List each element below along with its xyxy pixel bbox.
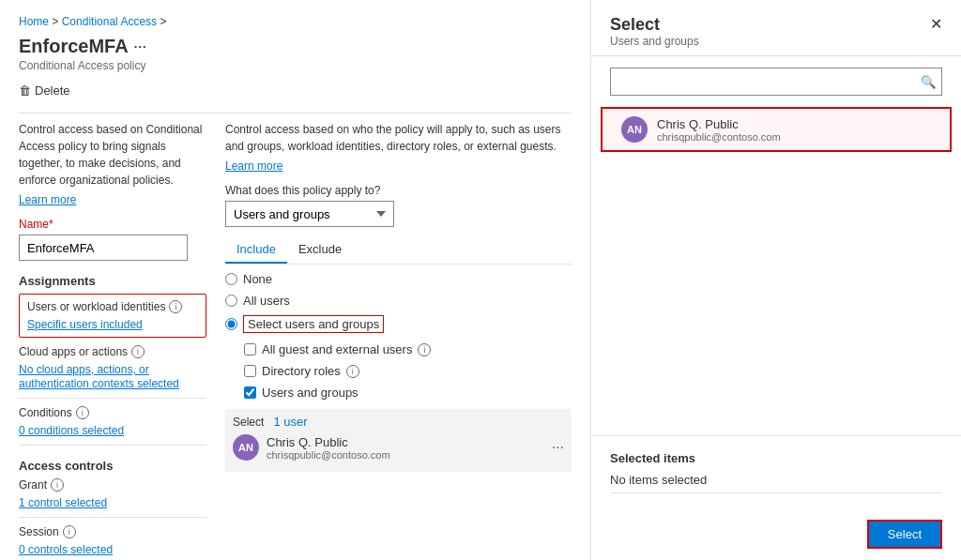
user-name: Chris Q. Public [267, 435, 390, 449]
select-box: Select 1 user AN Chris Q. Public chrisqp… [225, 409, 572, 472]
select-panel: Select Users and groups ✕ 🔍 AN Chris Q. … [591, 0, 961, 560]
selected-items-title: Selected items [610, 451, 942, 465]
page-subtitle: Conditional Access policy [19, 59, 572, 72]
left-panel: Home > Conditional Access > EnforceMFA ·… [0, 0, 591, 560]
name-label: Name* [19, 218, 206, 231]
checkbox-guest[interactable]: All guest and external users i [244, 342, 572, 356]
result-user-name: Chris Q. Public [657, 117, 781, 131]
user-row: AN Chris Q. Public chrisqpublic@contoso.… [233, 429, 564, 466]
breadcrumb-conditional-access[interactable]: Conditional Access [62, 15, 157, 28]
session-info-icon[interactable]: i [63, 525, 76, 538]
tab-include[interactable]: Include [225, 236, 287, 264]
grant-label: Grant i [19, 478, 206, 492]
search-input[interactable] [610, 68, 942, 96]
user-more-button[interactable]: ··· [552, 439, 564, 456]
session-label: Session i [19, 525, 206, 538]
conditions-section: Conditions i 0 conditions selected [19, 406, 206, 437]
panel-title-group: Select Users and groups [610, 15, 699, 48]
select-users-label: Select users and groups [243, 315, 384, 333]
right-learn-more[interactable]: Learn more [225, 159, 282, 173]
radio-all-users[interactable]: All users [225, 294, 572, 308]
user-info: Chris Q. Public chrisqpublic@contoso.com [267, 435, 390, 461]
grant-info-icon[interactable]: i [51, 478, 64, 492]
assignments-title: Assignments [19, 274, 206, 288]
checkbox-group: All guest and external users i Directory… [244, 342, 572, 400]
panel-header: Select Users and groups ✕ [591, 0, 961, 56]
close-button[interactable]: ✕ [930, 15, 942, 33]
selected-section: Selected items No items selected [591, 435, 961, 508]
result-item[interactable]: AN Chris Q. Public chrisqpublic@contoso.… [601, 107, 952, 152]
panel-body: AN Chris Q. Public chrisqpublic@contoso.… [591, 107, 961, 435]
conditions-label: Conditions i [19, 406, 206, 419]
user-email: chrisqpublic@contoso.com [267, 449, 390, 461]
select-count: 1 user [273, 415, 307, 429]
breadcrumb-home[interactable]: Home [19, 15, 49, 28]
checkbox-directory-roles[interactable]: Directory roles i [244, 364, 572, 378]
page-title: EnforceMFA ··· [19, 36, 572, 57]
right-description: Control access based on who the policy w… [225, 121, 572, 155]
checkbox-users-groups[interactable]: Users and groups [244, 386, 572, 400]
users-assignment-box: Users or workload identities i Specific … [19, 294, 206, 338]
delete-button[interactable]: 🗑 Delete [19, 83, 70, 98]
users-info-icon[interactable]: i [169, 300, 182, 313]
more-options-icon[interactable]: ··· [134, 39, 147, 53]
conditions-link[interactable]: 0 conditions selected [19, 424, 124, 437]
search-box: 🔍 [610, 68, 942, 96]
cloud-apps-label: Cloud apps or actions i [19, 345, 206, 358]
policy-target-label: What does this policy apply to? [225, 184, 572, 197]
session-section: Session i 0 controls selected [19, 525, 206, 556]
radio-group: None All users Select users and groups [225, 272, 572, 333]
include-exclude-tabs: Include Exclude [225, 236, 572, 265]
search-icon: 🔍 [921, 75, 937, 89]
radio-all-users-input[interactable] [225, 295, 237, 307]
two-col-layout: Control access based on Conditional Acce… [19, 121, 572, 560]
directory-roles-info-icon[interactable]: i [346, 365, 359, 378]
panel-footer: Select [591, 508, 961, 560]
session-link[interactable]: 0 controls selected [19, 543, 113, 556]
tab-exclude[interactable]: Exclude [287, 236, 353, 264]
action-bar: 🗑 Delete [19, 83, 572, 98]
radio-select-users-input[interactable] [225, 318, 237, 330]
checkbox-guest-input[interactable] [244, 343, 256, 356]
access-controls-title: Access controls [19, 459, 206, 473]
trash-icon: 🗑 [19, 83, 31, 98]
search-icon-button[interactable]: 🔍 [921, 75, 937, 89]
guest-info-icon[interactable]: i [418, 343, 431, 356]
user-avatar: AN [233, 434, 259, 461]
name-input[interactable] [19, 235, 188, 261]
breadcrumb: Home > Conditional Access > [19, 15, 572, 28]
result-user-email: chrisqpublic@contoso.com [657, 131, 781, 143]
grant-section: Grant i 1 control selected [19, 478, 206, 509]
conditions-info-icon[interactable]: i [76, 406, 89, 419]
left-col: Control access based on Conditional Acce… [19, 121, 206, 560]
left-learn-more[interactable]: Learn more [19, 193, 76, 206]
users-label: Users or workload identities i [27, 300, 198, 313]
right-col: Control access based on who the policy w… [225, 121, 572, 560]
left-description: Control access based on Conditional Acce… [19, 121, 206, 189]
no-items-text: No items selected [610, 473, 942, 493]
select-label: Select 1 user [233, 415, 564, 429]
radio-select-users[interactable]: Select users and groups [225, 315, 572, 333]
policy-target-select[interactable]: Users and groups [225, 201, 394, 227]
cloud-apps-info-icon[interactable]: i [131, 345, 145, 358]
radio-none[interactable]: None [225, 272, 572, 286]
panel-subtitle: Users and groups [610, 35, 699, 48]
checkbox-users-groups-input[interactable] [244, 386, 256, 399]
result-user-info: Chris Q. Public chrisqpublic@contoso.com [657, 117, 781, 143]
grant-link[interactable]: 1 control selected [19, 496, 107, 509]
users-link[interactable]: Specific users included [27, 318, 143, 331]
select-action-button[interactable]: Select [867, 520, 942, 549]
radio-none-input[interactable] [225, 273, 237, 285]
cloud-apps-link[interactable]: No cloud apps, actions, or authenticatio… [19, 363, 179, 390]
panel-title: Select [610, 15, 699, 35]
checkbox-directory-roles-input[interactable] [244, 365, 256, 377]
cloud-apps-section: Cloud apps or actions i No cloud apps, a… [19, 345, 206, 390]
result-avatar: AN [621, 116, 648, 143]
